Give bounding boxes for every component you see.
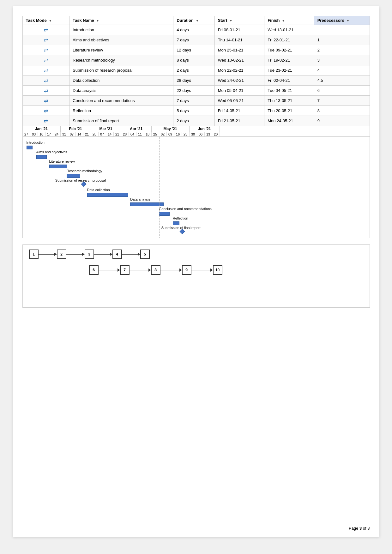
gantt-bar xyxy=(159,212,170,216)
task-name-cell: Data anaysis xyxy=(69,86,173,96)
task-mode-cell: ⇄ xyxy=(22,116,69,126)
finish-cell: Tue 09-02-21 xyxy=(264,45,314,55)
task-mode-icon: ⇄ xyxy=(44,118,48,123)
col-header-predecessors[interactable]: Predecessors ▼ xyxy=(314,16,370,25)
gantt-task-row: Submission of final report xyxy=(23,225,370,235)
gantt-month-cell: Feb '21 xyxy=(61,126,91,132)
start-cell: Fri 08-01-21 xyxy=(214,25,264,35)
gantt-bar xyxy=(67,174,80,178)
network-node-6: 6 xyxy=(89,265,99,275)
gantt-task-row: Data anaysis xyxy=(23,197,370,206)
table-row: ⇄ Reflection 5 days Fri 14-05-21 Thu 20-… xyxy=(22,106,370,116)
network-node-5: 5 xyxy=(140,250,150,259)
sort-arrow-task: ▼ xyxy=(49,19,52,22)
finish-cell: Mon 24-05-21 xyxy=(264,116,314,126)
start-cell: Mon 05-04-21 xyxy=(214,86,264,96)
gantt-weeks-row: 2703101724310714212807142128041118250209… xyxy=(23,132,370,136)
gantt-task-label: Research methodology xyxy=(67,169,102,173)
task-name-cell: Reflection xyxy=(69,106,173,116)
task-mode-cell: ⇄ xyxy=(22,86,69,96)
task-mode-icon: ⇄ xyxy=(44,88,48,93)
gantt-week-cell: 21 xyxy=(83,132,91,136)
gantt-week-cell: 04 xyxy=(129,132,136,136)
table-row: ⇄ Literature review 12 days Mon 25-01-21… xyxy=(22,45,370,55)
gantt-task-row: Reflection xyxy=(23,216,370,225)
sort-arrow-pred: ▼ xyxy=(347,19,350,22)
start-cell: Fri 14-05-21 xyxy=(214,106,264,116)
col-header-start[interactable]: Start ▼ xyxy=(214,16,264,25)
start-cell: Fri 21-05-21 xyxy=(214,116,264,126)
task-mode-icon: ⇄ xyxy=(44,78,48,83)
gantt-week-cell: 21 xyxy=(114,132,121,136)
task-name-cell: Aims and objectives xyxy=(69,35,173,45)
finish-cell: Fri 22-01-21 xyxy=(264,35,314,45)
task-mode-icon: ⇄ xyxy=(44,68,48,73)
page-container: Task Mode ▼ Task Name ▼ Duration ▼ Start… xyxy=(13,6,379,537)
gantt-week-cell: 17 xyxy=(45,132,53,136)
col-header-finish[interactable]: Finish ▼ xyxy=(264,16,314,25)
pred-cell xyxy=(314,25,370,35)
task-mode-icon: ⇄ xyxy=(44,27,48,33)
gantt-task-label: Submission of final report xyxy=(161,226,201,230)
gantt-task-row: Literature review xyxy=(23,159,370,168)
gantt-body: IntroductionAims and objectivesLiteratur… xyxy=(23,137,370,238)
gantt-task-row: Introduction xyxy=(23,140,370,149)
gantt-week-cell: 27 xyxy=(23,132,30,136)
task-name-cell: Conclusion and recommendations xyxy=(69,96,173,106)
gantt-task-row: Aims and objectives xyxy=(23,149,370,159)
gantt-bar xyxy=(130,202,164,206)
duration-cell: 8 days xyxy=(173,55,214,65)
gantt-week-cell: 06 xyxy=(197,132,205,136)
task-mode-cell: ⇄ xyxy=(22,75,69,86)
duration-cell: 28 days xyxy=(173,75,214,86)
gantt-bar xyxy=(49,165,68,168)
network-arrow-6-7 xyxy=(99,268,120,272)
network-node-3: 3 xyxy=(85,250,94,259)
task-name-cell: Literature review xyxy=(69,45,173,55)
table-row: ⇄ Research methodology 8 days Wed 10-02-… xyxy=(22,55,370,65)
pred-cell: 8 xyxy=(314,106,370,116)
network-arrow-4-5 xyxy=(122,253,140,256)
table-row: ⇄ Conclusion and recommendations 7 days … xyxy=(22,96,370,106)
table-row: ⇄ Submission of research proposal 2 days… xyxy=(22,65,370,75)
page-label: Page xyxy=(349,526,359,531)
col-start-label: Start xyxy=(218,18,227,23)
col-header-duration[interactable]: Duration ▼ xyxy=(173,16,214,25)
gantt-chart-section: Jan '21Feb '21Mar '21Apr '21May '21Jun '… xyxy=(22,126,370,238)
start-cell: Wed 10-02-21 xyxy=(214,55,264,65)
task-mode-cell: ⇄ xyxy=(22,45,69,55)
task-mode-cell: ⇄ xyxy=(22,96,69,106)
gantt-task-row: Submission of research proposal xyxy=(23,178,370,187)
start-cell: Thu 14-01-21 xyxy=(214,35,264,45)
gantt-task-label: Data anaysis xyxy=(130,197,150,201)
task-mode-icon: ⇄ xyxy=(44,98,48,103)
gantt-bar xyxy=(27,146,33,149)
gantt-week-cell: 20 xyxy=(212,132,220,136)
gantt-months-row: Jan '21Feb '21Mar '21Apr '21May '21Jun '… xyxy=(23,126,370,132)
pred-cell: 6 xyxy=(314,86,370,96)
finish-cell: Wed 13-01-21 xyxy=(264,25,314,35)
page-of: of xyxy=(362,526,367,531)
gantt-task-label: Literature review xyxy=(49,160,75,163)
gantt-week-cell: 23 xyxy=(182,132,190,136)
gantt-task-row: Data collection xyxy=(23,187,370,197)
sort-arrow-duration: ▼ xyxy=(196,19,199,22)
sort-arrow-finish: ▼ xyxy=(282,19,285,22)
task-name-cell: Data collection xyxy=(69,75,173,86)
finish-cell: Fri 02-04-21 xyxy=(264,75,314,86)
gantt-milestone xyxy=(179,229,185,234)
network-node-7: 7 xyxy=(120,265,130,275)
task-mode-icon: ⇄ xyxy=(44,108,48,113)
gantt-bar xyxy=(36,155,47,159)
gantt-week-cell: 11 xyxy=(136,132,144,136)
pred-cell: 2 xyxy=(314,45,370,55)
col-header-task-name[interactable]: Task Name ▼ xyxy=(69,16,173,25)
col-header-task-mode[interactable]: Task Mode ▼ xyxy=(22,16,69,25)
page-number: Page 3 of 8 xyxy=(349,526,370,531)
task-name-cell: Research methodology xyxy=(69,55,173,65)
gantt-milestone xyxy=(81,182,86,187)
task-name-cell: Submission of research proposal xyxy=(69,65,173,75)
gantt-task-label: Submission of research proposal xyxy=(55,178,106,182)
gantt-month-cell: Jan '21 xyxy=(23,126,61,132)
gantt-task-label: Data collection xyxy=(87,188,110,192)
